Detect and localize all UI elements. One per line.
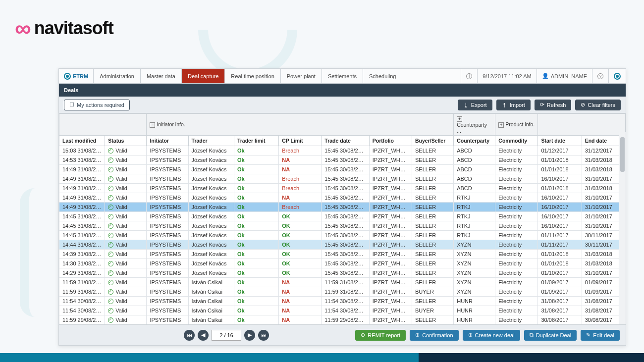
duplicate-deal-button[interactable]: ⧉Duplicate Deal: [524, 330, 577, 341]
brand-end-button[interactable]: [608, 69, 626, 83]
table-row[interactable]: 14:45 31/08/2017ValidIPSYSTEMSJózsef Kov…: [59, 212, 626, 221]
table-row[interactable]: 14:49 31/08/2017ValidIPSYSTEMSJózsef Kov…: [59, 174, 626, 184]
cell-trader: József Kovács: [188, 231, 234, 240]
cell-buyer-seller: SELLER: [412, 184, 453, 193]
cell-trader-limit: Ok: [234, 250, 278, 259]
cell-start-date: 01/01/2018: [538, 250, 582, 259]
table-row[interactable]: 15:03 31/08/2017ValidIPSYSTEMSJózsef Kov…: [59, 146, 626, 155]
pager-first-button[interactable]: ⏮: [184, 330, 195, 341]
pager-input[interactable]: [212, 330, 241, 341]
scrollbar-thumb[interactable]: [620, 137, 625, 172]
create-deal-button[interactable]: ⊕Create new deal: [463, 330, 520, 341]
check-circle-icon: [108, 233, 113, 238]
col-last-modified[interactable]: Last modified: [59, 136, 105, 146]
nav-item-deal-capture[interactable]: Deal capture: [182, 69, 225, 83]
col-trader[interactable]: Trader: [188, 136, 234, 146]
table-row[interactable]: 14:49 31/08/2017ValidIPSYSTEMSJózsef Kov…: [59, 184, 626, 193]
table-row[interactable]: 14:39 31/08/2017ValidIPSYSTEMSJózsef Kov…: [59, 250, 626, 259]
nav-item-administration[interactable]: Administration: [94, 69, 141, 83]
col-cp-limit[interactable]: CP Limit: [279, 136, 322, 146]
cell-initiator: IPSYSTEMS: [147, 174, 188, 184]
confirmation-button[interactable]: ⊕Confirmation: [410, 330, 458, 341]
table-row[interactable]: 14:30 31/08/2017ValidIPSYSTEMSJózsef Kov…: [59, 259, 626, 268]
table-row[interactable]: 11:59 31/08/2017ValidIPSYSTEMSIstván Csi…: [59, 287, 626, 297]
cell-commodity: Electricity: [495, 203, 538, 212]
table-row[interactable]: 14:29 31/08/2017ValidIPSYSTEMSJózsef Kov…: [59, 268, 626, 278]
cell-commodity: Electricity: [495, 231, 538, 240]
table-row[interactable]: 14:49 31/08/2017ValidIPSYSTEMSJózsef Kov…: [59, 193, 626, 203]
group-initiator[interactable]: −Initiator info.: [147, 114, 454, 136]
brand-logo-text: navitasoft: [34, 18, 113, 39]
col-buyer-seller[interactable]: Buyer/Seller: [412, 136, 453, 146]
col-status[interactable]: Status: [105, 136, 147, 146]
cell-portfolio: IPZRT_WHOLE: [369, 193, 412, 203]
cell-portfolio: IPZRT_WHOLE: [369, 146, 412, 155]
cell-buyer-seller: SELLER: [412, 212, 453, 221]
cell-commodity: Electricity: [495, 240, 538, 250]
expand-icon: +: [498, 122, 504, 128]
table-row[interactable]: 14:53 31/08/2017ValidIPSYSTEMSJózsef Kov…: [59, 155, 626, 165]
export-button[interactable]: ⭳Export: [458, 100, 492, 110]
table-row[interactable]: 14:49 31/08/2017ValidIPSYSTEMSJózsef Kov…: [59, 165, 626, 174]
pager-last-button[interactable]: ⏭: [258, 330, 269, 341]
cell-trade-date: 11:54 30/08/2017: [322, 297, 369, 306]
pager-prev-button[interactable]: ◀: [198, 330, 209, 341]
cell-buyer-seller: SELLER: [412, 268, 453, 278]
refresh-button[interactable]: ⟳Refresh: [535, 100, 572, 110]
col-portfolio[interactable]: Portfolio: [369, 136, 412, 146]
nav-item-power-plant[interactable]: Power plant: [281, 69, 322, 83]
table-row[interactable]: 11:54 30/08/2017ValidIPSYSTEMSIstván Csi…: [59, 306, 626, 315]
cell-start-date: 16/10/2017: [538, 221, 582, 231]
import-button[interactable]: ⭱Import: [496, 100, 531, 110]
cell-initiator: IPSYSTEMS: [147, 315, 188, 325]
col-trade-date[interactable]: Trade date: [322, 136, 369, 146]
col-start-date[interactable]: Start date: [538, 136, 582, 146]
edit-deal-button[interactable]: ✎Edit deal: [581, 330, 620, 341]
app-brand-chip[interactable]: ETRM: [59, 69, 94, 83]
download-icon: ⭳: [463, 102, 469, 108]
col-trader-limit[interactable]: Trader limit: [234, 136, 278, 146]
table-row[interactable]: 11:54 30/08/2017ValidIPSYSTEMSIstván Csi…: [59, 297, 626, 306]
cell-status: Valid: [105, 193, 147, 203]
cell-start-date: 01/01/2018: [538, 184, 582, 193]
cell-trader-limit: Ok: [234, 240, 278, 250]
my-actions-button[interactable]: ☐ My actions required: [64, 100, 130, 110]
group-counterparty[interactable]: +Counterparty ...: [454, 114, 495, 136]
cell-counterparty: RTKJ: [454, 231, 495, 240]
cell-status: Valid: [105, 155, 147, 165]
vertical-scrollbar[interactable]: [619, 132, 626, 324]
bg-decoration: [20, 188, 50, 317]
nav-item-master-data[interactable]: Master data: [141, 69, 182, 83]
table-row[interactable]: 11:59 31/08/2017ValidIPSYSTEMSIstván Csi…: [59, 278, 626, 287]
cell-counterparty: XYZN: [454, 250, 495, 259]
table-row[interactable]: 14:45 31/08/2017ValidIPSYSTEMSJózsef Kov…: [59, 231, 626, 240]
col-initiator[interactable]: Initiator: [147, 136, 188, 146]
check-circle-icon: [108, 317, 113, 323]
table-row[interactable]: 14:44 31/08/2017ValidIPSYSTEMSJózsef Kov…: [59, 240, 626, 250]
table-row[interactable]: 14:45 31/08/2017ValidIPSYSTEMSJózsef Kov…: [59, 221, 626, 231]
cell-commodity: Electricity: [495, 212, 538, 221]
nav-item-real-time-position[interactable]: Real time position: [225, 69, 280, 83]
user-display[interactable]: 👤ADMIN_NAME: [537, 69, 592, 83]
cell-last-modified: 14:45 31/08/2017: [59, 221, 105, 231]
nav-item-scheduling[interactable]: Scheduling: [363, 69, 402, 83]
table-row[interactable]: 11:59 29/08/2017ValidIPSYSTEMSIstván Csi…: [59, 315, 626, 325]
cell-trader: József Kovács: [188, 221, 234, 231]
info-button[interactable]: i: [461, 69, 477, 83]
cell-cp-limit: OK: [279, 268, 322, 278]
group-product[interactable]: +Product info.: [495, 114, 538, 136]
pager-next-button[interactable]: ▶: [244, 330, 255, 341]
help-button[interactable]: ?: [592, 69, 608, 83]
cell-counterparty: XYZN: [454, 240, 495, 250]
remit-report-button[interactable]: ⊕REMIT report: [355, 330, 406, 341]
check-circle-icon: [108, 252, 113, 257]
table-row[interactable]: 14:49 31/08/2017ValidIPSYSTEMSJózsef Kov…: [59, 203, 626, 212]
cell-start-date: 01/01/2018: [538, 155, 582, 165]
col-commodity[interactable]: Commodity: [495, 136, 538, 146]
col-counterparty[interactable]: Counterparty: [454, 136, 495, 146]
nav-item-settlements[interactable]: Settlements: [322, 69, 363, 83]
clear-filters-button[interactable]: ⊘Clear filters: [575, 100, 621, 110]
cell-counterparty: ABCD: [454, 174, 495, 184]
cell-commodity: Electricity: [495, 278, 538, 287]
cell-initiator: IPSYSTEMS: [147, 231, 188, 240]
